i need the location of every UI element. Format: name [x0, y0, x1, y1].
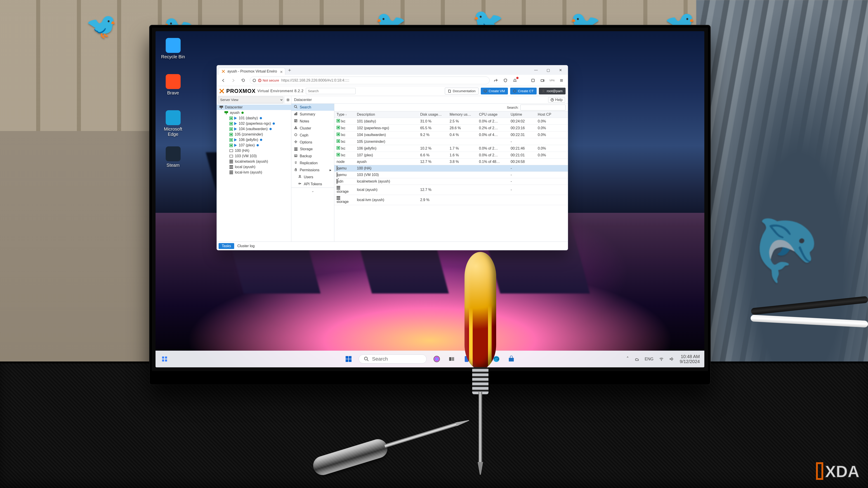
- close-window-button[interactable]: ✕: [554, 65, 566, 75]
- create-ct-button[interactable]: Create CT: [510, 88, 537, 94]
- sidemenu-permissions[interactable]: Permissions▸: [291, 166, 334, 173]
- tree-node[interactable]: 100 (HA): [217, 148, 291, 153]
- new-tab-button[interactable]: ＋: [287, 67, 292, 73]
- sidemenu-replication[interactable]: Replication: [291, 160, 334, 166]
- tree-node[interactable]: local (ayush): [217, 164, 291, 170]
- window-controls: — ▢ ✕: [530, 65, 566, 75]
- store-button[interactable]: [506, 354, 516, 364]
- tray-chevron-icon[interactable]: ˄: [626, 356, 629, 362]
- reload-button[interactable]: [240, 77, 247, 84]
- tree-settings-button[interactable]: [284, 96, 291, 103]
- tree-node[interactable]: 105 (zoneminder): [217, 132, 291, 137]
- proxmox-global-search[interactable]: [306, 88, 355, 94]
- screen: Recycle BinBraveMicrosoft EdgeSteam ayus…: [156, 31, 704, 367]
- sidemenu-ceph[interactable]: Ceph: [291, 132, 334, 139]
- grid-col-header[interactable]: Disk usage…: [418, 111, 447, 118]
- tree-node[interactable]: 101 (dashy): [217, 116, 291, 121]
- grid-row[interactable]: nodeayush12.7 %3.8 %0.1% of 48…00:24:58: [334, 159, 568, 165]
- edge-button[interactable]: [492, 354, 501, 364]
- sidemenu-storage[interactable]: Storage: [291, 146, 334, 153]
- taskbar-search[interactable]: Search: [359, 355, 427, 363]
- svg-rect-26: [165, 359, 167, 361]
- grid-row[interactable]: sdnlocalnetwork (ayush)-: [334, 178, 568, 185]
- tree-node[interactable]: Datacenter: [217, 105, 291, 110]
- user-menu-button[interactable]: root@pam: [539, 88, 565, 94]
- start-button[interactable]: [344, 354, 353, 364]
- proxmox-body: Server View Datacenterayush101 (dashy)10…: [217, 96, 568, 241]
- sidemenu-api-tokens[interactable]: API Tokens: [291, 181, 334, 188]
- windows-taskbar: Search ˄ ENG 10:48 AM: [156, 351, 704, 367]
- svg-point-9: [294, 105, 297, 107]
- tree-node[interactable]: 107 (plex): [217, 142, 291, 148]
- grid-row[interactable]: storagelocal-lvm (ayush)2.9 %: [334, 195, 568, 205]
- grid-row[interactable]: storagelocal (ayush)12.7 %-: [334, 185, 568, 195]
- grid-col-header[interactable]: CPU usage: [477, 111, 508, 118]
- volume-icon[interactable]: [669, 357, 674, 361]
- grid-col-header[interactable]: Uptime: [508, 111, 535, 118]
- widgets-button[interactable]: [160, 355, 169, 363]
- sidemenu-cluster[interactable]: Cluster: [291, 125, 334, 132]
- close-tab-icon[interactable]: ✕: [280, 70, 283, 74]
- grid-search-input[interactable]: [520, 105, 565, 110]
- grid-col-header[interactable]: Host CP: [535, 111, 568, 118]
- sidemenu-backup[interactable]: Backup: [291, 153, 334, 160]
- resource-grid[interactable]: Type↑DescriptionDisk usage…Memory us…CPU…: [334, 111, 568, 205]
- tree-view-select[interactable]: Server View: [218, 96, 283, 103]
- sidemenu-users[interactable]: Users: [291, 173, 334, 181]
- help-button[interactable]: Help: [548, 97, 565, 103]
- resource-tree[interactable]: Datacenterayush101 (dashy)102 (paperless…: [217, 104, 291, 241]
- browser-tab[interactable]: ayush - Proxmox Virtual Enviro ✕: [218, 68, 285, 75]
- explorer-button[interactable]: [477, 354, 486, 364]
- back-button[interactable]: [220, 77, 227, 84]
- vpn-icon[interactable]: VPN: [549, 77, 555, 84]
- menu-icon[interactable]: [558, 77, 565, 84]
- svg-point-7: [287, 99, 289, 101]
- grid-col-header[interactable]: Type↑: [334, 111, 355, 118]
- tree-node[interactable]: 104 (vaultwarden): [217, 126, 291, 132]
- share-icon[interactable]: [493, 77, 499, 84]
- minimize-button[interactable]: —: [530, 65, 542, 75]
- grid-col-header[interactable]: Description: [355, 111, 418, 118]
- onedrive-icon[interactable]: [634, 357, 639, 361]
- wifi-icon[interactable]: [659, 357, 664, 361]
- grid-row[interactable]: lxc104 (vaultwarden)9.2 %0.4 %0.0% of 4……: [334, 131, 568, 138]
- grid-row[interactable]: qemu103 (VM 103)-: [334, 172, 568, 178]
- extensions-icon[interactable]: [530, 77, 536, 84]
- tree-node[interactable]: localnetwork (ayush): [217, 159, 291, 164]
- svg-point-21: [299, 175, 301, 177]
- tree-node[interactable]: ayush: [217, 110, 291, 116]
- grid-row[interactable]: lxc106 (jellyfin)10.2 %1.7 %0.0% of 2…00…: [334, 145, 568, 152]
- phone-link-button[interactable]: [462, 354, 471, 364]
- language-indicator[interactable]: ENG: [645, 357, 653, 361]
- tree-node[interactable]: 103 (VM 103): [217, 153, 291, 159]
- grid-row[interactable]: lxc102 (paperless-ngx)65.5 %28.6 %0.2% o…: [334, 125, 568, 131]
- create-vm-button[interactable]: Create VM: [481, 88, 508, 94]
- sidemenu-search[interactable]: Search: [291, 104, 334, 111]
- taskbar-clock[interactable]: 10:48 AM 9/12/2024: [680, 354, 700, 364]
- tree-node[interactable]: local-lvm (ayush): [217, 170, 291, 175]
- task-view-button[interactable]: [447, 354, 456, 364]
- svg-point-0: [253, 79, 256, 82]
- tasks-tab[interactable]: Tasks: [219, 243, 234, 249]
- shield-icon[interactable]: [502, 77, 508, 84]
- forward-button[interactable]: [230, 77, 237, 84]
- maximize-button[interactable]: ▢: [542, 65, 554, 75]
- cluster-log-tab[interactable]: Cluster log: [237, 244, 254, 248]
- sidemenu-notes[interactable]: Notes: [291, 118, 334, 125]
- grid-row[interactable]: lxc107 (plex)6.6 %1.6 %0.0% of 2…00:21:0…: [334, 152, 568, 159]
- svg-rect-28: [349, 356, 351, 359]
- sidemenu-options[interactable]: Options: [291, 139, 334, 146]
- wallet-icon[interactable]: [539, 77, 546, 84]
- sidemenu-summary[interactable]: Summary: [291, 111, 334, 118]
- grid-row[interactable]: qemu100 (HA)-: [334, 165, 568, 172]
- documentation-button[interactable]: Documentation: [445, 88, 478, 94]
- url-field[interactable]: Not secure https://192.168.29.226:8006/#…: [250, 76, 490, 84]
- notification-icon[interactable]: [512, 77, 518, 84]
- grid-col-header[interactable]: Memory us…: [447, 111, 477, 118]
- sidemenu-expand[interactable]: ⌄: [291, 188, 334, 194]
- copilot-button[interactable]: [432, 354, 441, 364]
- grid-row[interactable]: lxc101 (dashy)31.0 %2.5 %0.0% of 2…00:24…: [334, 118, 568, 125]
- tree-node[interactable]: 102 (paperless-ngx): [217, 121, 291, 126]
- grid-row[interactable]: lxc105 (zoneminder)-: [334, 138, 568, 145]
- tree-node[interactable]: 106 (jellyfin): [217, 137, 291, 142]
